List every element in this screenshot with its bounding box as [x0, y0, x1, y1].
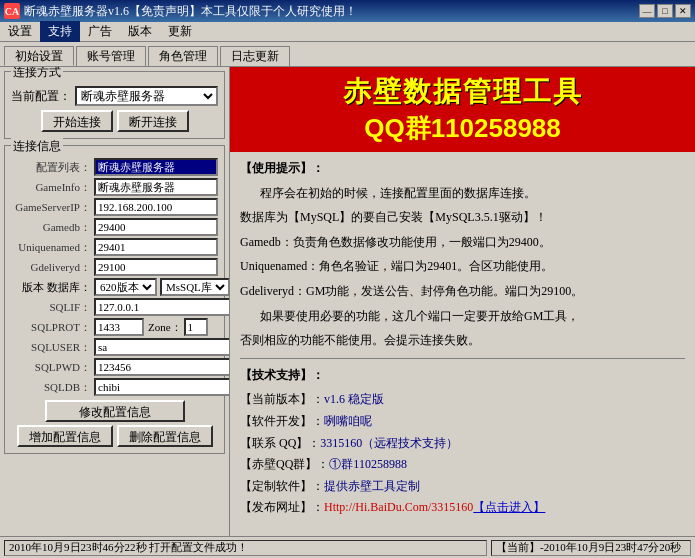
config-list-label: 配置列表： [11, 160, 91, 175]
menu-settings[interactable]: 设置 [0, 21, 40, 42]
close-button[interactable]: ✕ [675, 4, 691, 18]
minimize-button[interactable]: — [639, 4, 655, 18]
sqluser-input[interactable] [94, 338, 230, 356]
gameinfo-label: GameInfo： [11, 180, 91, 195]
tech-label-0: 【当前版本】： [240, 389, 324, 411]
zone-input[interactable] [184, 318, 208, 336]
tech-label-1: 【软件开发】： [240, 411, 324, 433]
gamedb-row: Gamedb： 29400 [11, 218, 218, 236]
menu-ads[interactable]: 广告 [80, 21, 120, 42]
tech-row-0: 【当前版本】： v1.6 稳定版 [240, 389, 685, 411]
sqlpwd-label: SQLPWD： [11, 360, 91, 375]
menu-update[interactable]: 更新 [160, 21, 200, 42]
config-list-row: 配置列表： 断魂赤壁服务器 [11, 158, 218, 176]
tech-value-2: 3315160（远程技术支持） [320, 433, 458, 455]
config-select[interactable]: 断魂赤壁服务器 [75, 86, 218, 106]
menu-bar: 设置 支持 广告 版本 更新 [0, 22, 695, 42]
sqluser-row: SQLUSER： [11, 338, 218, 356]
config-list-value: 断魂赤壁服务器 [94, 158, 218, 176]
tech-value-0: v1.6 稳定版 [324, 389, 384, 411]
maximize-button[interactable]: □ [657, 4, 673, 18]
tab-initial-setup[interactable]: 初始设置 [4, 46, 74, 66]
sqlprot-row: SQLPROT： Zone： [11, 318, 218, 336]
connect-method-group: 连接方式 当前配置： 断魂赤壁服务器 开始连接 断开连接 [4, 71, 225, 139]
status-right: 【当前】-2010年10月9日23时47分20秒 [491, 540, 691, 556]
connection-info-group: 连接信息 配置列表： 断魂赤壁服务器 GameInfo： 断魂赤壁服务器 Gam… [4, 145, 225, 454]
tech-label-3: 【赤壁QQ群】： [240, 454, 329, 476]
tech-label-2: 【联系 QQ】： [240, 433, 320, 455]
sqlprot-label: SQLPROT： [11, 320, 91, 335]
menu-version[interactable]: 版本 [120, 21, 160, 42]
gameserverip-row: GameServerIP： 192.168.200.100 [11, 198, 218, 216]
gameinfo-value: 断魂赤壁服务器 [94, 178, 218, 196]
tab-account-management[interactable]: 账号管理 [76, 46, 146, 66]
tech-support-title: 【技术支持】： [240, 365, 685, 387]
tech-row-2: 【联系 QQ】： 3315160（远程技术支持） [240, 433, 685, 455]
start-connect-button[interactable]: 开始连接 [41, 110, 113, 132]
connect-buttons: 开始连接 断开连接 [11, 110, 218, 132]
usage-tips-title: 【使用提示】： [240, 158, 685, 180]
usage-tip-3: Gamedb：负责角色数据修改功能使用，一般端口为29400。 [240, 232, 685, 254]
tech-row-5: 【发布网址】： Http://Hi.BaiDu.Com/3315160 【点击进… [240, 497, 685, 519]
usage-tip-1: 程序会在初始的时候，连接配置里面的数据库连接。 [240, 183, 685, 205]
right-header-qq: QQ群110258988 [240, 111, 685, 146]
tab-role-management[interactable]: 角色管理 [148, 46, 218, 66]
disconnect-button[interactable]: 断开连接 [117, 110, 189, 132]
sqluser-label: SQLUSER： [11, 340, 91, 355]
modify-config-button[interactable]: 修改配置信息 [45, 400, 185, 422]
gameinfo-row: GameInfo： 断魂赤壁服务器 [11, 178, 218, 196]
connection-info-title: 连接信息 [11, 138, 63, 155]
tech-label-5: 【发布网址】： [240, 497, 324, 519]
right-content: 【使用提示】： 程序会在初始的时候，连接配置里面的数据库连接。 数据库为【MyS… [230, 152, 695, 536]
tech-value-1: 咧嘴咱呢 [324, 411, 372, 433]
sqlif-label: SQLIF： [11, 300, 91, 315]
db-type-select[interactable]: MsSQL库 [160, 278, 230, 296]
add-config-button[interactable]: 增加配置信息 [17, 425, 113, 447]
right-header: 赤壁数据管理工具 QQ群110258988 [230, 67, 695, 152]
tech-row-1: 【软件开发】： 咧嘴咱呢 [240, 411, 685, 433]
db-version-row: 版本 数据库： 620版本 MsSQL库 [11, 278, 218, 296]
uniquenamed-value: 29401 [94, 238, 218, 256]
sqlif-row: SQLIF： [11, 298, 218, 316]
zone-label: Zone： [148, 320, 182, 335]
tech-row-3: 【赤壁QQ群】： ①群110258988 [240, 454, 685, 476]
left-panel: 连接方式 当前配置： 断魂赤壁服务器 开始连接 断开连接 连接信息 配置列表： … [0, 67, 230, 536]
current-config-row: 当前配置： 断魂赤壁服务器 [11, 86, 218, 106]
tech-value-3: ①群110258988 [329, 454, 407, 476]
gameserverip-value: 192.168.200.100 [94, 198, 218, 216]
sqlpwd-input[interactable] [94, 358, 230, 376]
db-version-select[interactable]: 620版本 [94, 278, 157, 296]
tech-value-5-url: Http://Hi.BaiDu.Com/3315160 [324, 497, 473, 519]
sqldb-input[interactable] [94, 378, 230, 396]
add-delete-buttons: 增加配置信息 删除配置信息 [17, 425, 213, 447]
right-header-title: 赤壁数据管理工具 [240, 73, 685, 111]
tech-label-4: 【定制软件】： [240, 476, 324, 498]
status-right-text: 【当前】-2010年10月9日23时47分20秒 [496, 540, 681, 555]
sqlprot-input[interactable] [94, 318, 144, 336]
usage-tip-7: 否则相应的功能不能使用。会提示连接失败。 [240, 330, 685, 352]
sqlif-input[interactable] [94, 298, 230, 316]
divider [240, 358, 685, 359]
tech-value-4: 提供赤壁工具定制 [324, 476, 420, 498]
connect-method-title: 连接方式 [11, 67, 63, 81]
title-buttons: — □ ✕ [639, 4, 691, 18]
sqldb-label: SQLDB： [11, 380, 91, 395]
tech-link-5[interactable]: 【点击进入】 [473, 497, 545, 519]
gamedb-label: Gamedb： [11, 220, 91, 235]
uniquenamed-row: Uniquenamed： 29401 [11, 238, 218, 256]
status-bar: 2010年10月9日23时46分22秒 打开配置文件成功！ 【当前】-2010年… [0, 536, 695, 558]
usage-tip-6: 如果要使用必要的功能，这几个端口一定要开放给GM工具， [240, 306, 685, 328]
gameserverip-label: GameServerIP： [11, 200, 91, 215]
uniquenamed-label: Uniquenamed： [11, 240, 91, 255]
tab-log-update[interactable]: 日志更新 [220, 46, 290, 66]
delete-config-button[interactable]: 删除配置信息 [117, 425, 213, 447]
menu-support[interactable]: 支持 [40, 21, 80, 42]
gdeliveryd-label: Gdeliveryd： [11, 260, 91, 275]
title-bar: CA 断魂赤壁服务器v1.6【免责声明】本工具仅限于个人研究使用！ — □ ✕ [0, 0, 695, 22]
status-left-text: 2010年10月9日23时46分22秒 打开配置文件成功！ [9, 540, 248, 555]
gdeliveryd-value: 29100 [94, 258, 218, 276]
db-version-label: 版本 数据库： [11, 280, 91, 295]
usage-tip-4: Uniquenamed：角色名验证，端口为29401。合区功能使用。 [240, 256, 685, 278]
sqldb-row: SQLDB： [11, 378, 218, 396]
app-icon: CA [4, 3, 20, 19]
